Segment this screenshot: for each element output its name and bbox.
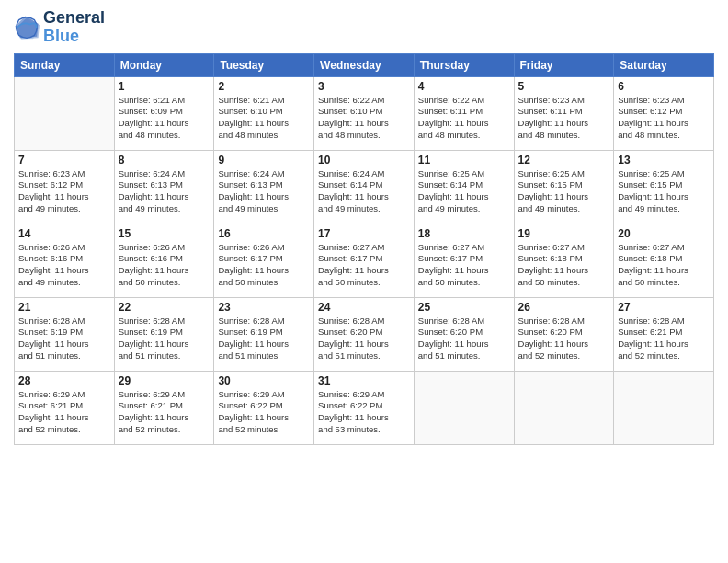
day-number: 2 [218, 80, 310, 93]
calendar-cell: 8Sunrise: 6:24 AMSunset: 6:13 PMDaylight… [114, 150, 214, 224]
calendar-cell: 17Sunrise: 6:27 AMSunset: 6:17 PMDayligh… [314, 224, 415, 297]
day-number: 5 [518, 80, 610, 93]
day-number: 21 [18, 301, 110, 314]
calendar-cell: 16Sunrise: 6:26 AMSunset: 6:17 PMDayligh… [214, 224, 314, 297]
day-info: Sunrise: 6:25 AMSunset: 6:15 PMDaylight:… [618, 168, 710, 215]
calendar-cell: 14Sunrise: 6:26 AMSunset: 6:16 PMDayligh… [15, 224, 115, 297]
week-row-3: 14Sunrise: 6:26 AMSunset: 6:16 PMDayligh… [15, 224, 714, 297]
day-info: Sunrise: 6:28 AMSunset: 6:19 PMDaylight:… [18, 316, 110, 362]
day-number: 14 [18, 227, 110, 240]
day-info: Sunrise: 6:26 AMSunset: 6:17 PMDaylight:… [218, 242, 310, 289]
day-info: Sunrise: 6:27 AMSunset: 6:18 PMDaylight:… [518, 242, 610, 289]
day-number: 18 [418, 227, 510, 240]
day-info: Sunrise: 6:27 AMSunset: 6:17 PMDaylight:… [318, 242, 410, 289]
day-info: Sunrise: 6:26 AMSunset: 6:16 PMDaylight:… [119, 242, 210, 289]
day-number: 8 [119, 154, 210, 167]
calendar-cell: 12Sunrise: 6:25 AMSunset: 6:15 PMDayligh… [514, 150, 614, 224]
calendar-cell: 21Sunrise: 6:28 AMSunset: 6:19 PMDayligh… [15, 297, 115, 371]
day-info: Sunrise: 6:28 AMSunset: 6:19 PMDaylight:… [119, 316, 210, 362]
day-info: Sunrise: 6:29 AMSunset: 6:21 PMDaylight:… [119, 389, 210, 436]
day-number: 11 [418, 154, 510, 167]
week-row-2: 7Sunrise: 6:23 AMSunset: 6:12 PMDaylight… [15, 150, 714, 224]
day-info: Sunrise: 6:24 AMSunset: 6:13 PMDaylight:… [119, 168, 210, 215]
day-number: 17 [318, 227, 410, 240]
header: General Blue [14, 9, 714, 46]
calendar-cell: 25Sunrise: 6:28 AMSunset: 6:20 PMDayligh… [414, 297, 514, 371]
day-number: 26 [518, 301, 610, 314]
calendar-cell: 11Sunrise: 6:25 AMSunset: 6:14 PMDayligh… [414, 150, 514, 224]
logo-text-general: General [43, 9, 105, 28]
day-info: Sunrise: 6:27 AMSunset: 6:17 PMDaylight:… [418, 242, 510, 289]
day-info: Sunrise: 6:27 AMSunset: 6:18 PMDaylight:… [618, 242, 710, 289]
calendar-cell: 10Sunrise: 6:24 AMSunset: 6:14 PMDayligh… [314, 150, 415, 224]
calendar-cell: 13Sunrise: 6:25 AMSunset: 6:15 PMDayligh… [614, 150, 714, 224]
day-number: 4 [418, 80, 510, 93]
day-info: Sunrise: 6:23 AMSunset: 6:11 PMDaylight:… [518, 95, 610, 142]
calendar-cell: 24Sunrise: 6:28 AMSunset: 6:20 PMDayligh… [314, 297, 415, 371]
day-info: Sunrise: 6:25 AMSunset: 6:15 PMDaylight:… [518, 168, 610, 215]
day-number: 29 [119, 374, 210, 387]
day-info: Sunrise: 6:23 AMSunset: 6:12 PMDaylight:… [18, 168, 110, 215]
day-number: 20 [618, 227, 710, 240]
day-info: Sunrise: 6:22 AMSunset: 6:10 PMDaylight:… [318, 95, 410, 142]
day-info: Sunrise: 6:28 AMSunset: 6:20 PMDaylight:… [318, 316, 410, 362]
calendar-cell: 9Sunrise: 6:24 AMSunset: 6:13 PMDaylight… [214, 150, 314, 224]
calendar-cell: 19Sunrise: 6:27 AMSunset: 6:18 PMDayligh… [514, 224, 614, 297]
calendar-cell [514, 371, 614, 444]
calendar-cell: 30Sunrise: 6:29 AMSunset: 6:22 PMDayligh… [214, 371, 314, 444]
calendar-cell: 27Sunrise: 6:28 AMSunset: 6:21 PMDayligh… [614, 297, 714, 371]
calendar-cell [414, 371, 514, 444]
calendar-cell [614, 371, 714, 444]
header-day-thursday: Thursday [414, 53, 514, 76]
day-info: Sunrise: 6:24 AMSunset: 6:14 PMDaylight:… [318, 168, 410, 215]
day-number: 28 [18, 374, 110, 387]
day-number: 9 [218, 154, 310, 167]
day-number: 10 [318, 154, 410, 167]
calendar-cell: 3Sunrise: 6:22 AMSunset: 6:10 PMDaylight… [314, 76, 415, 150]
calendar-cell: 26Sunrise: 6:28 AMSunset: 6:20 PMDayligh… [514, 297, 614, 371]
calendar-cell: 2Sunrise: 6:21 AMSunset: 6:10 PMDaylight… [214, 76, 314, 150]
day-info: Sunrise: 6:21 AMSunset: 6:10 PMDaylight:… [218, 95, 310, 142]
calendar-cell: 5Sunrise: 6:23 AMSunset: 6:11 PMDaylight… [514, 76, 614, 150]
day-number: 22 [119, 301, 210, 314]
calendar-cell: 31Sunrise: 6:29 AMSunset: 6:22 PMDayligh… [314, 371, 415, 444]
calendar-cell: 18Sunrise: 6:27 AMSunset: 6:17 PMDayligh… [414, 224, 514, 297]
day-info: Sunrise: 6:29 AMSunset: 6:22 PMDaylight:… [218, 389, 310, 436]
day-info: Sunrise: 6:22 AMSunset: 6:11 PMDaylight:… [418, 95, 510, 142]
day-number: 30 [218, 374, 310, 387]
calendar-header-row: SundayMondayTuesdayWednesdayThursdayFrid… [15, 53, 714, 76]
header-day-wednesday: Wednesday [314, 53, 415, 76]
logo-icon [14, 15, 40, 40]
day-info: Sunrise: 6:24 AMSunset: 6:13 PMDaylight:… [218, 168, 310, 215]
day-info: Sunrise: 6:28 AMSunset: 6:19 PMDaylight:… [218, 316, 310, 362]
day-number: 25 [418, 301, 510, 314]
calendar-cell: 1Sunrise: 6:21 AMSunset: 6:09 PMDaylight… [114, 76, 214, 150]
day-number: 1 [119, 80, 210, 93]
day-number: 6 [618, 80, 710, 93]
header-day-saturday: Saturday [614, 53, 714, 76]
day-info: Sunrise: 6:21 AMSunset: 6:09 PMDaylight:… [119, 95, 210, 142]
day-info: Sunrise: 6:28 AMSunset: 6:20 PMDaylight:… [418, 316, 510, 362]
day-number: 13 [618, 154, 710, 167]
day-info: Sunrise: 6:28 AMSunset: 6:20 PMDaylight:… [518, 316, 610, 362]
header-day-tuesday: Tuesday [214, 53, 314, 76]
logo-text-blue: Blue [43, 28, 105, 46]
day-number: 23 [218, 301, 310, 314]
day-number: 24 [318, 301, 410, 314]
calendar-cell: 28Sunrise: 6:29 AMSunset: 6:21 PMDayligh… [15, 371, 115, 444]
day-number: 27 [618, 301, 710, 314]
day-info: Sunrise: 6:25 AMSunset: 6:14 PMDaylight:… [418, 168, 510, 215]
week-row-4: 21Sunrise: 6:28 AMSunset: 6:19 PMDayligh… [15, 297, 714, 371]
day-number: 19 [518, 227, 610, 240]
day-number: 12 [518, 154, 610, 167]
day-number: 31 [318, 374, 410, 387]
day-info: Sunrise: 6:28 AMSunset: 6:21 PMDaylight:… [618, 316, 710, 362]
calendar-cell: 22Sunrise: 6:28 AMSunset: 6:19 PMDayligh… [114, 297, 214, 371]
calendar-cell: 7Sunrise: 6:23 AMSunset: 6:12 PMDaylight… [15, 150, 115, 224]
calendar-cell: 20Sunrise: 6:27 AMSunset: 6:18 PMDayligh… [614, 224, 714, 297]
calendar-cell: 29Sunrise: 6:29 AMSunset: 6:21 PMDayligh… [114, 371, 214, 444]
calendar-cell: 15Sunrise: 6:26 AMSunset: 6:16 PMDayligh… [114, 224, 214, 297]
calendar-cell: 4Sunrise: 6:22 AMSunset: 6:11 PMDaylight… [414, 76, 514, 150]
calendar-cell: 23Sunrise: 6:28 AMSunset: 6:19 PMDayligh… [214, 297, 314, 371]
calendar-cell: 6Sunrise: 6:23 AMSunset: 6:12 PMDaylight… [614, 76, 714, 150]
